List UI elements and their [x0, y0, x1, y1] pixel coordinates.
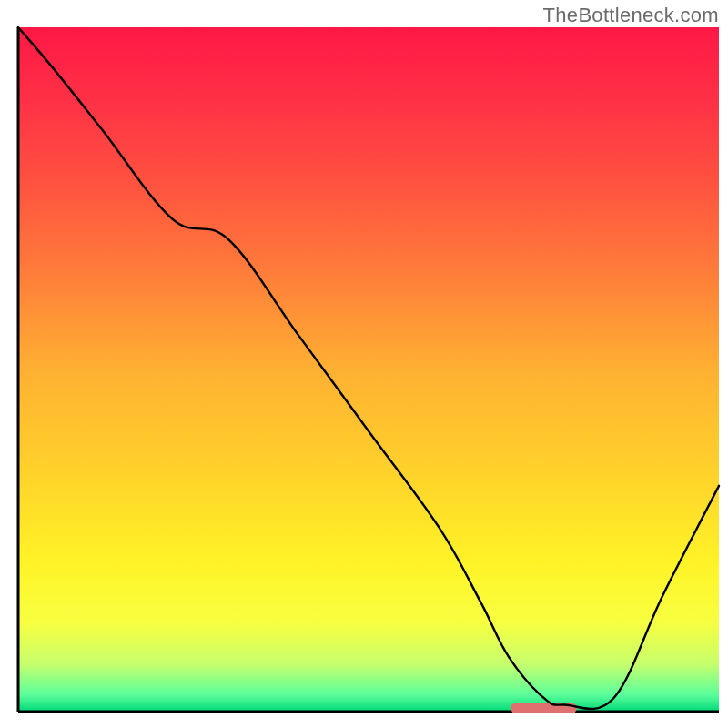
chart-svg	[0, 0, 728, 728]
chart-container: TheBottleneck.com	[0, 0, 728, 728]
watermark-text: TheBottleneck.com	[543, 4, 719, 27]
gradient-background	[18, 27, 719, 712]
